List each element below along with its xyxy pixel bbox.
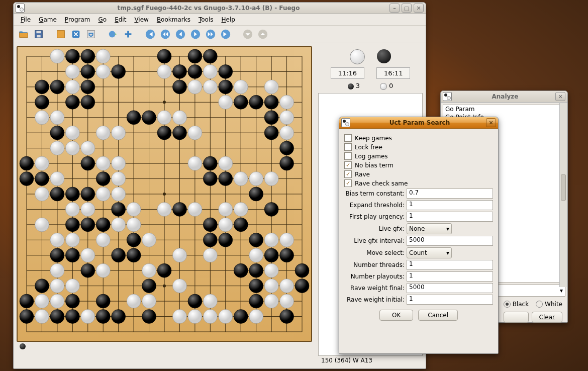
white-stone-icon bbox=[350, 49, 365, 64]
nav-back10-icon[interactable] bbox=[159, 28, 171, 40]
svg-point-151 bbox=[35, 111, 49, 125]
input-number-threads-[interactable]: 1 bbox=[407, 260, 493, 270]
svg-point-119 bbox=[219, 233, 233, 247]
svg-point-224 bbox=[280, 294, 294, 308]
add-icon[interactable] bbox=[122, 28, 134, 40]
svg-point-86 bbox=[142, 111, 156, 125]
input-number-playouts-[interactable]: 1 bbox=[407, 271, 493, 282]
input-expand-threshold-[interactable]: 1 bbox=[407, 200, 493, 210]
save-icon[interactable] bbox=[33, 28, 45, 40]
nav-last-icon[interactable] bbox=[220, 28, 232, 40]
cancel-button[interactable]: Cancel bbox=[418, 310, 458, 321]
svg-point-189 bbox=[234, 202, 248, 216]
menu-help[interactable]: Help bbox=[219, 15, 238, 24]
var-up-icon[interactable] bbox=[257, 28, 269, 40]
radio-black[interactable]: Black bbox=[504, 301, 529, 308]
pass-icon[interactable] bbox=[70, 28, 82, 40]
svg-point-79 bbox=[172, 80, 186, 94]
select-live-gfx-[interactable]: None▾ bbox=[407, 223, 452, 234]
checkbox-rave[interactable]: Rave bbox=[344, 170, 493, 178]
svg-point-114 bbox=[203, 218, 217, 232]
play-icon[interactable] bbox=[107, 28, 119, 40]
svg-point-185 bbox=[65, 202, 79, 216]
maximize-button[interactable]: ▢ bbox=[402, 4, 412, 13]
nav-back-icon[interactable] bbox=[174, 28, 186, 40]
select-move-select-[interactable]: Count▾ bbox=[407, 247, 452, 258]
checkbox-log-games[interactable]: Log games bbox=[344, 152, 493, 160]
svg-point-62 bbox=[65, 49, 79, 63]
dialog-titlebar[interactable]: Uct Param Search ✕ bbox=[339, 117, 498, 129]
minimize-button[interactable]: – bbox=[389, 4, 400, 13]
menu-game[interactable]: Game bbox=[36, 15, 60, 24]
svg-rect-1 bbox=[36, 31, 41, 34]
svg-point-76 bbox=[35, 95, 49, 109]
checkbox-no-bias-term[interactable]: No bias term bbox=[344, 161, 493, 169]
input-rave-weight-final-[interactable]: 5000 bbox=[407, 283, 493, 293]
svg-point-109 bbox=[81, 218, 95, 232]
clear-button[interactable]: Clear bbox=[532, 312, 562, 323]
svg-point-195 bbox=[280, 233, 294, 247]
svg-point-123 bbox=[65, 310, 79, 324]
scrollbar[interactable] bbox=[559, 103, 567, 287]
svg-point-73 bbox=[188, 64, 202, 78]
checkbox-rave-check-same[interactable]: Rave check same bbox=[344, 179, 493, 187]
close-button[interactable]: ✕ bbox=[486, 118, 496, 127]
menu-go[interactable]: Go bbox=[95, 15, 110, 24]
svg-point-211 bbox=[172, 279, 186, 293]
svg-point-96 bbox=[203, 172, 217, 186]
menu-program[interactable]: Program bbox=[62, 15, 93, 24]
radio-white[interactable]: White bbox=[536, 301, 562, 308]
svg-point-128 bbox=[249, 279, 263, 293]
svg-point-160 bbox=[65, 126, 79, 140]
var-down-icon[interactable] bbox=[242, 28, 254, 40]
field-label: Rave weight initial: bbox=[344, 296, 407, 303]
svg-point-186 bbox=[81, 202, 95, 216]
svg-rect-2 bbox=[37, 35, 40, 38]
menu-file[interactable]: File bbox=[18, 15, 34, 24]
ok-button[interactable]: OK bbox=[379, 310, 413, 321]
black-captures: 3 bbox=[348, 82, 360, 89]
svg-point-166 bbox=[172, 111, 186, 125]
input-rave-weight-initial-[interactable]: 1 bbox=[407, 295, 493, 305]
menu-edit[interactable]: Edit bbox=[112, 15, 129, 24]
field-label: Move select: bbox=[344, 249, 407, 256]
new-game-icon[interactable] bbox=[55, 28, 67, 40]
analyze-item[interactable]: Go Param bbox=[443, 105, 565, 113]
input-first-play-urgency-[interactable]: 1 bbox=[407, 212, 493, 222]
svg-point-103 bbox=[112, 202, 126, 216]
close-button[interactable]: ✕ bbox=[414, 4, 424, 13]
svg-point-201 bbox=[81, 248, 95, 262]
svg-point-63 bbox=[81, 49, 95, 63]
svg-point-216 bbox=[264, 263, 278, 277]
svg-point-161 bbox=[65, 141, 79, 155]
input-live-gfx-interval-[interactable]: 5000 bbox=[407, 236, 493, 246]
close-button[interactable]: ✕ bbox=[555, 92, 565, 101]
nav-fwd10-icon[interactable] bbox=[205, 28, 217, 40]
svg-point-149 bbox=[157, 64, 171, 78]
svg-point-102 bbox=[81, 187, 95, 201]
svg-point-147 bbox=[65, 64, 79, 78]
open-icon[interactable] bbox=[18, 28, 30, 40]
go-board[interactable] bbox=[17, 46, 312, 342]
svg-point-135 bbox=[142, 310, 156, 324]
menu-view[interactable]: View bbox=[131, 15, 151, 24]
checkbox-keep-games[interactable]: Keep games bbox=[344, 134, 493, 142]
analyze-titlebar[interactable]: Analyze ✕ bbox=[441, 91, 567, 103]
input-bias-term-constant-[interactable]: 0.7 bbox=[407, 189, 493, 199]
svg-point-170 bbox=[35, 156, 49, 170]
svg-point-177 bbox=[234, 172, 248, 186]
checkbox-lock-free[interactable]: Lock free bbox=[344, 143, 493, 151]
app-icon bbox=[443, 92, 452, 101]
svg-point-176 bbox=[219, 156, 233, 170]
menu-bookmarks[interactable]: Bookmarks bbox=[154, 15, 193, 24]
run-button[interactable] bbox=[504, 312, 529, 323]
menu-tools[interactable]: Tools bbox=[195, 15, 217, 24]
nav-fwd-icon[interactable] bbox=[189, 28, 202, 40]
nav-first-icon[interactable] bbox=[144, 28, 156, 40]
enter-icon[interactable] bbox=[85, 28, 97, 40]
window-title: tmp.sgf Fuego-440-2c vs Gnugo-3.7.10-a4 … bbox=[28, 5, 389, 12]
main-titlebar[interactable]: tmp.sgf Fuego-440-2c vs Gnugo-3.7.10-a4 … bbox=[14, 3, 426, 14]
svg-point-212 bbox=[127, 294, 141, 308]
svg-point-187 bbox=[188, 202, 202, 216]
svg-point-72 bbox=[172, 64, 186, 78]
